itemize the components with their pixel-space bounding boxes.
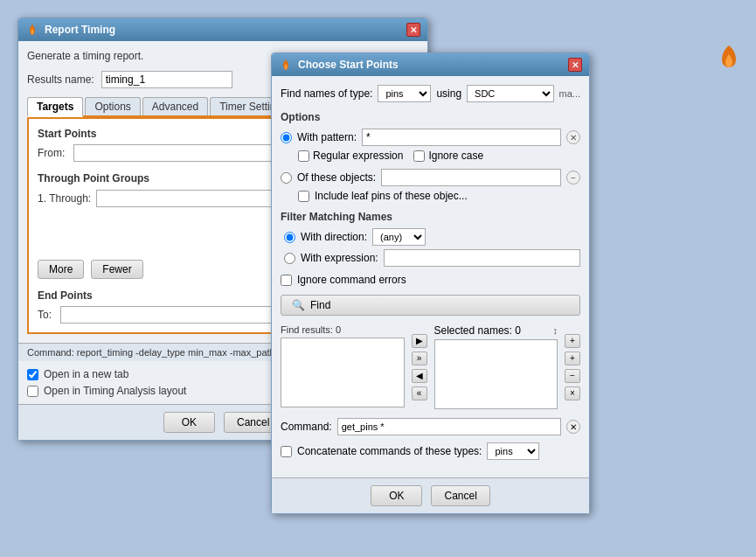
ignore-case-checkbox[interactable]: [413, 150, 425, 162]
to-label: To:: [38, 309, 55, 321]
titlebar-left: Report Timing: [25, 23, 115, 37]
using-label: using: [436, 87, 461, 100]
include-leaf-row: Include leaf pins of these objec...: [298, 190, 580, 202]
csp-ok-button[interactable]: OK: [371, 485, 422, 506]
csp-dialog-body: Find names of type: pins ports nets cell…: [272, 76, 589, 477]
ignore-errors-row: Ignore command errors: [281, 274, 580, 286]
pattern-sub-options: Regular expression Ignore case: [298, 150, 580, 162]
fewer-button[interactable]: Fewer: [91, 260, 142, 279]
pattern-input[interactable]: [362, 129, 561, 146]
from-label: From:: [38, 147, 68, 159]
sel-up-btn[interactable]: +: [565, 334, 580, 348]
find-type-label: Find names of type:: [281, 87, 372, 100]
open-timing-layout-checkbox[interactable]: [27, 386, 38, 397]
app-icon: [25, 23, 39, 37]
csp-options-title: Options: [281, 111, 580, 123]
regex-checkbox[interactable]: [298, 150, 309, 162]
filter-section-title: Filter Matching Names: [281, 211, 580, 223]
include-leaf-checkbox[interactable]: [298, 191, 309, 202]
expression-input[interactable]: [384, 249, 580, 267]
objects-row: Of these objects: −: [281, 169, 580, 186]
with-pattern-row: With pattern: ✕: [281, 129, 580, 146]
close-button[interactable]: ✕: [406, 23, 420, 37]
with-direction-label: With direction:: [301, 231, 367, 243]
transfer-left-btn[interactable]: ◀: [412, 369, 427, 383]
decorative-logo: [715, 44, 743, 71]
selected-names-col: Selected names: 0 ↕: [434, 324, 558, 409]
through-num-label: 1. Through:: [38, 192, 91, 205]
objects-input[interactable]: [381, 169, 561, 186]
find-button-label: Find: [310, 299, 330, 311]
with-direction-radio[interactable]: [284, 232, 295, 243]
report-timing-titlebar: Report Timing ✕: [18, 18, 427, 41]
ignore-case-label: Ignore case: [413, 150, 483, 162]
selected-transfer-col: + + − ×: [565, 324, 580, 409]
choose-start-points-dialog: Choose Start Points ✕ Find names of type…: [271, 52, 590, 514]
find-results-col: Find results: 0: [281, 324, 405, 409]
csp-command-input[interactable]: [337, 418, 561, 435]
sort-icon[interactable]: ↕: [553, 325, 558, 336]
selected-names-title: Selected names: 0: [434, 324, 521, 337]
results-section: Find results: 0 ▶ » ◀ « Selected names: …: [281, 324, 580, 409]
find-type-row: Find names of type: pins ports nets cell…: [281, 85, 580, 102]
regex-label: Regular expression: [298, 150, 403, 162]
find-type-select[interactable]: pins ports nets cells clocks: [378, 85, 431, 102]
direction-row: With direction: (any) input output bidir: [284, 228, 580, 246]
csp-command-clear-button[interactable]: ✕: [566, 420, 580, 434]
with-expression-radio[interactable]: [284, 253, 295, 264]
find-icon: 🔍: [292, 299, 305, 311]
open-new-tab-checkbox[interactable]: [27, 369, 38, 380]
open-timing-layout-label: Open in Timing Analysis layout: [44, 385, 186, 397]
csp-close-button[interactable]: ✕: [568, 58, 582, 72]
csp-dialog-title: Choose Start Points: [298, 59, 399, 71]
with-pattern-radio[interactable]: [281, 132, 292, 143]
command-label: Command:: [27, 347, 74, 358]
csp-command-label: Command:: [281, 421, 332, 433]
dialog-title: Report Timing: [45, 24, 115, 36]
csp-cancel-button[interactable]: Cancel: [431, 485, 489, 506]
tab-advanced[interactable]: Advanced: [142, 97, 208, 115]
tab-options[interactable]: Options: [85, 97, 140, 115]
using-select[interactable]: SDC Tcl: [467, 85, 553, 102]
sel-clear-btn[interactable]: ×: [565, 386, 580, 400]
results-name-label: Results name:: [27, 73, 94, 86]
transfer-all-left-btn[interactable]: «: [412, 386, 427, 400]
with-pattern-label: With pattern:: [297, 131, 357, 143]
find-results-title: Find results: 0: [281, 324, 405, 335]
regex-text: Regular expression: [313, 150, 403, 162]
find-button[interactable]: 🔍 Find: [281, 295, 580, 316]
direction-select[interactable]: (any) input output bidir: [372, 228, 426, 246]
sel-remove-btn[interactable]: −: [565, 369, 580, 383]
open-new-tab-label: Open in a new tab: [44, 368, 128, 380]
pattern-clear-button[interactable]: ✕: [566, 130, 580, 144]
expression-row: With expression:: [284, 249, 580, 267]
transfer-right-btn[interactable]: ▶: [412, 334, 427, 348]
csp-app-icon: [279, 58, 293, 72]
report-timing-ok-button[interactable]: OK: [163, 412, 215, 433]
sel-down-btn[interactable]: +: [565, 352, 580, 366]
selected-col-header: Selected names: 0 ↕: [434, 324, 558, 337]
objects-clear-button[interactable]: −: [566, 171, 580, 185]
csp-footer: OK Cancel: [272, 477, 589, 513]
csp-titlebar: Choose Start Points ✕: [272, 53, 589, 76]
concat-checkbox[interactable]: [281, 446, 292, 457]
of-objects-radio[interactable]: [281, 172, 292, 184]
transfer-all-right-btn[interactable]: »: [412, 352, 427, 366]
csp-command-row: Command: ✕: [281, 418, 580, 435]
tab-targets[interactable]: Targets: [27, 97, 83, 117]
results-name-input[interactable]: [101, 71, 232, 88]
selected-names-list: [434, 339, 558, 409]
more-button[interactable]: More: [38, 260, 84, 279]
include-leaf-label: Include leaf pins of these objec...: [315, 190, 468, 202]
csp-titlebar-left: Choose Start Points: [279, 58, 399, 72]
concat-label: Concatenate commands of these types:: [297, 445, 482, 457]
with-expression-label: With expression:: [301, 252, 378, 264]
transfer-col: ▶ » ◀ «: [412, 324, 427, 409]
find-results-list: [281, 338, 405, 407]
of-objects-label: Of these objects:: [297, 171, 376, 184]
ignore-case-text: Ignore case: [428, 150, 483, 162]
concat-row: Concatenate commands of these types: pin…: [281, 442, 580, 460]
ignore-errors-checkbox[interactable]: [281, 275, 292, 286]
concat-select[interactable]: pins ports nets: [487, 442, 539, 460]
ma-label: ma...: [559, 88, 580, 99]
